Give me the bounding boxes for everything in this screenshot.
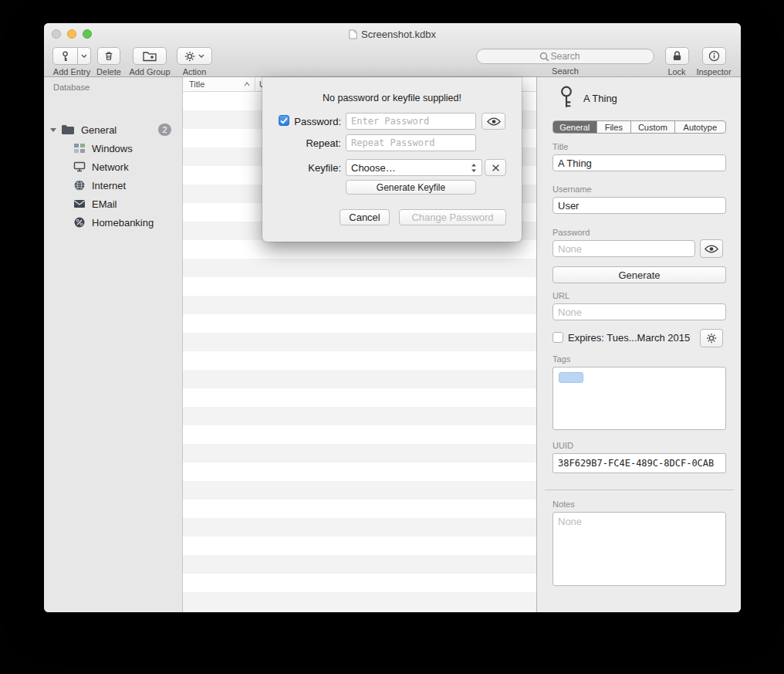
notes-label: Notes bbox=[553, 500, 575, 509]
tab-general[interactable]: General bbox=[553, 121, 597, 133]
section-divider bbox=[545, 489, 734, 490]
delete-button[interactable] bbox=[97, 47, 120, 65]
password-label: Password: bbox=[286, 116, 341, 127]
chevron-down-icon bbox=[81, 54, 87, 58]
add-entry-label: Add Entry bbox=[50, 67, 93, 76]
dialog-message: No password or keyfile supplied! bbox=[262, 93, 522, 103]
search-field bbox=[476, 49, 654, 64]
expires-settings-button[interactable] bbox=[700, 329, 723, 347]
titlebar: Screenshot.kdbx bbox=[44, 28, 741, 40]
gear-icon bbox=[706, 333, 717, 344]
eye-icon bbox=[487, 117, 501, 126]
folder-icon bbox=[61, 124, 75, 135]
entry-title: A Thing bbox=[583, 93, 617, 104]
reveal-password-button[interactable] bbox=[700, 239, 723, 258]
sidebar-item-label: Windows bbox=[92, 143, 133, 154]
sidebar-item-label: Network bbox=[92, 161, 129, 173]
toolbar-item-search: Search bbox=[476, 47, 654, 76]
sidebar-item-internet[interactable]: Internet bbox=[44, 176, 182, 195]
inspector-label: Inspector bbox=[691, 67, 737, 76]
url-field-label: URL bbox=[553, 291, 569, 300]
toolbar-item-action: Action bbox=[175, 47, 214, 76]
stepper-icon bbox=[471, 163, 477, 173]
homebanking-icon bbox=[73, 216, 86, 229]
action-button[interactable] bbox=[177, 47, 212, 65]
window-title: Screenshot.kdbx bbox=[361, 29, 436, 40]
sidebar: Database General 2 Windows Network Inter… bbox=[44, 77, 183, 612]
add-entry-dropdown-button[interactable] bbox=[78, 47, 91, 65]
sidebar-item-homebanking[interactable]: Homebanking bbox=[44, 213, 182, 232]
tags-label: Tags bbox=[553, 354, 570, 364]
toolbar-item-add-group: Add Group bbox=[126, 47, 174, 76]
add-entry-button[interactable] bbox=[52, 47, 78, 65]
uuid-label: UUID bbox=[553, 441, 573, 450]
change-password-button[interactable]: Change Password bbox=[399, 209, 506, 225]
clear-keyfile-button[interactable] bbox=[485, 159, 506, 176]
search-label: Search bbox=[476, 66, 654, 76]
close-icon bbox=[492, 164, 500, 172]
uuid-field[interactable] bbox=[553, 453, 726, 473]
password-field-label: Password bbox=[553, 228, 590, 237]
title-field[interactable] bbox=[553, 154, 726, 171]
sidebar-item-label: Internet bbox=[92, 180, 126, 191]
password-field[interactable] bbox=[553, 240, 695, 257]
tab-autotype[interactable]: Autotype bbox=[675, 121, 725, 133]
expires-label: Expires: Tues...March 2015 bbox=[568, 332, 690, 344]
keyfile-dropdown[interactable]: Choose… bbox=[346, 159, 482, 176]
reveal-password-button[interactable] bbox=[482, 113, 505, 130]
chevron-down-icon bbox=[198, 54, 204, 58]
lock-button[interactable] bbox=[665, 47, 689, 65]
column-divider[interactable] bbox=[255, 77, 255, 91]
action-label: Action bbox=[175, 67, 214, 76]
email-icon bbox=[73, 198, 86, 210]
sidebar-item-general[interactable]: General 2 bbox=[44, 120, 182, 139]
username-field-label: Username bbox=[553, 185, 592, 194]
url-field[interactable] bbox=[553, 303, 726, 320]
repeat-label: Repeat: bbox=[286, 137, 341, 149]
title-field-label: Title bbox=[553, 142, 568, 151]
keyfile-selected-value: Choose… bbox=[351, 162, 471, 174]
add-group-label: Add Group bbox=[126, 67, 174, 76]
keyfile-label: Keyfile: bbox=[286, 162, 341, 174]
password-input[interactable] bbox=[346, 113, 476, 130]
password-dialog: No password or keyfile supplied! Passwor… bbox=[262, 77, 522, 242]
sidebar-item-email[interactable]: EMail bbox=[44, 195, 182, 213]
tag-chip[interactable] bbox=[559, 372, 583, 383]
toolbar-item-add-entry: Add Entry bbox=[50, 47, 93, 76]
add-group-button[interactable] bbox=[133, 47, 167, 65]
username-field[interactable] bbox=[553, 197, 726, 214]
toolbar: Add Entry Delete Add Group Action bbox=[44, 46, 741, 77]
disclosure-triangle-icon[interactable] bbox=[50, 127, 56, 133]
notes-field[interactable] bbox=[553, 512, 726, 586]
sidebar-item-windows[interactable]: Windows bbox=[44, 139, 182, 157]
entry-count-badge: 2 bbox=[158, 124, 171, 136]
inspector-panel: A Thing General Files Custom Autotype Ti… bbox=[536, 77, 741, 612]
toolbar-item-lock: Lock bbox=[661, 47, 692, 76]
sidebar-item-label: EMail bbox=[92, 198, 117, 210]
lock-label: Lock bbox=[661, 67, 692, 76]
tab-files[interactable]: Files bbox=[597, 121, 632, 133]
tags-box[interactable] bbox=[553, 367, 726, 430]
sidebar-item-label: Homebanking bbox=[92, 217, 154, 229]
delete-label: Delete bbox=[92, 67, 126, 76]
key-icon bbox=[59, 50, 71, 63]
document-proxy-icon bbox=[349, 29, 357, 39]
generate-keyfile-button[interactable]: Generate Keyfile bbox=[346, 180, 476, 195]
network-icon bbox=[73, 161, 86, 173]
toolbar-item-inspector: Inspector bbox=[691, 47, 737, 76]
generate-password-button[interactable]: Generate bbox=[553, 266, 726, 283]
cancel-button[interactable]: Cancel bbox=[340, 209, 390, 225]
search-input[interactable] bbox=[477, 49, 654, 63]
expires-checkbox[interactable] bbox=[553, 332, 563, 343]
internet-icon bbox=[73, 179, 86, 191]
trash-icon bbox=[103, 50, 114, 62]
repeat-password-input[interactable] bbox=[346, 134, 476, 151]
toolbar-item-delete: Delete bbox=[92, 47, 126, 76]
column-header-title[interactable]: Title bbox=[189, 80, 204, 89]
app-window: Screenshot.kdbx Add Entry Delete bbox=[44, 23, 741, 612]
inspector-tabs: General Files Custom Autotype bbox=[553, 120, 726, 134]
folder-plus-icon bbox=[143, 50, 157, 62]
sidebar-item-network[interactable]: Network bbox=[44, 157, 182, 176]
inspector-button[interactable] bbox=[702, 47, 726, 65]
tab-custom[interactable]: Custom bbox=[631, 121, 675, 133]
